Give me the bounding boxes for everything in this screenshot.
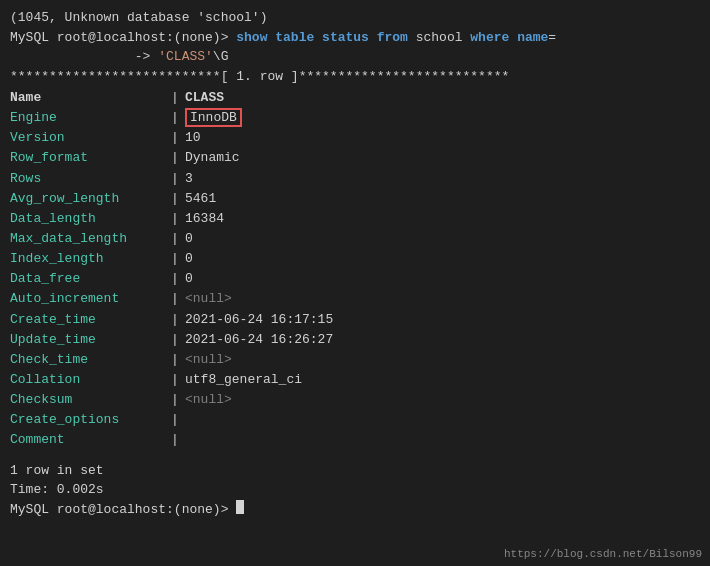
stars-left: *************************** (10, 67, 221, 87)
table-row: Index_length|0 (10, 249, 700, 269)
final-prompt: MySQL root@localhost:(none)> (10, 500, 236, 520)
field-name: Update_time (10, 330, 165, 350)
field-name: Engine (10, 108, 165, 128)
field-sep: | (165, 310, 185, 330)
field-value: 2021-06-24 16:26:27 (185, 330, 333, 350)
field-sep: | (165, 169, 185, 189)
field-sep: | (165, 148, 185, 168)
class-string: 'CLASS' (158, 47, 213, 67)
field-value: <null> (185, 350, 232, 370)
engine-box: InnoDB (185, 108, 242, 127)
table-row: Rows|3 (10, 169, 700, 189)
header-name-col: Name (10, 88, 165, 108)
field-sep: | (165, 330, 185, 350)
field-value: 0 (185, 269, 193, 289)
command-line-2: -> 'CLASS' \G (10, 47, 700, 67)
field-name: Checksum (10, 390, 165, 410)
db-name: school (416, 28, 471, 48)
arrow-prompt: -> (10, 47, 158, 67)
table-row: Engine|InnoDB (10, 108, 700, 128)
error-text: (1045, Unknown database 'school') (10, 8, 275, 28)
field-value: 0 (185, 229, 193, 249)
keyword-name: name (517, 28, 548, 48)
equals: = (548, 28, 556, 48)
table-header: Name | CLASS (10, 88, 700, 108)
keyword-from: from (377, 28, 416, 48)
field-sep: | (165, 410, 185, 430)
table-row: Comment| (10, 430, 700, 450)
time-text: Time: 0.002s (10, 480, 104, 500)
field-name: Avg_row_length (10, 189, 165, 209)
field-name: Rows (10, 169, 165, 189)
header-sep: | (165, 88, 185, 108)
backslash-g: \G (213, 47, 229, 67)
table-row: Max_data_length|0 (10, 229, 700, 249)
table-row: Data_free|0 (10, 269, 700, 289)
field-value: 16384 (185, 209, 224, 229)
table-row: Create_time|2021-06-24 16:17:15 (10, 310, 700, 330)
field-sep: | (165, 390, 185, 410)
field-sep: | (165, 430, 185, 450)
field-sep: | (165, 269, 185, 289)
field-sep: | (165, 128, 185, 148)
table-row: Update_time|2021-06-24 16:26:27 (10, 330, 700, 350)
field-sep: | (165, 209, 185, 229)
footer-prompt: MySQL root@localhost:(none)> (10, 500, 700, 520)
field-value: InnoDB (185, 108, 242, 128)
field-value: <null> (185, 289, 232, 309)
table-row: Avg_row_length|5461 (10, 189, 700, 209)
keyword-where: where (470, 28, 517, 48)
field-value: 3 (185, 169, 193, 189)
field-sep: | (165, 370, 185, 390)
separator-line: *************************** [ 1. row ] *… (10, 67, 700, 87)
table-row: Create_options| (10, 410, 700, 430)
field-name: Index_length (10, 249, 165, 269)
table-row: Auto_increment|<null> (10, 289, 700, 309)
field-name: Auto_increment (10, 289, 165, 309)
keyword-status: status (322, 28, 377, 48)
stars-right: *************************** (299, 67, 510, 87)
table-row: Collation|utf8_general_ci (10, 370, 700, 390)
field-name: Data_length (10, 209, 165, 229)
field-value: <null> (185, 390, 232, 410)
field-sep: | (165, 350, 185, 370)
table-row: Checksum|<null> (10, 390, 700, 410)
field-name: Create_options (10, 410, 165, 430)
error-line: (1045, Unknown database 'school') (10, 8, 700, 28)
watermark: https://blog.csdn.net/Bilson99 (504, 548, 702, 560)
footer-time: Time: 0.002s (10, 480, 700, 500)
table-row: Check_time|<null> (10, 350, 700, 370)
field-name: Max_data_length (10, 229, 165, 249)
field-name: Data_free (10, 269, 165, 289)
command-line-1: MySQL root@localhost:(none)> show table … (10, 28, 700, 48)
keyword-show: show (236, 28, 275, 48)
table-row: Data_length|16384 (10, 209, 700, 229)
field-value: utf8_general_ci (185, 370, 302, 390)
field-name: Create_time (10, 310, 165, 330)
field-name: Comment (10, 430, 165, 450)
header-value-col: CLASS (185, 88, 224, 108)
field-sep: | (165, 229, 185, 249)
keyword-table: table (275, 28, 322, 48)
field-sep: | (165, 289, 185, 309)
footer-row-count: 1 row in set (10, 461, 700, 481)
footer: 1 row in set Time: 0.002s MySQL root@loc… (10, 461, 700, 520)
field-name: Check_time (10, 350, 165, 370)
field-value: 10 (185, 128, 201, 148)
terminal: (1045, Unknown database 'school') MySQL … (10, 8, 700, 558)
field-name: Row_format (10, 148, 165, 168)
field-value: Dynamic (185, 148, 240, 168)
row-count-text: 1 row in set (10, 461, 104, 481)
table-body: Engine|InnoDBVersion|10Row_format|Dynami… (10, 108, 700, 450)
field-sep: | (165, 189, 185, 209)
field-sep: | (165, 249, 185, 269)
field-value: 5461 (185, 189, 216, 209)
field-value: 0 (185, 249, 193, 269)
cursor (236, 500, 244, 514)
field-value: 2021-06-24 16:17:15 (185, 310, 333, 330)
field-sep: | (165, 108, 185, 128)
table-row: Row_format|Dynamic (10, 148, 700, 168)
field-name: Version (10, 128, 165, 148)
row-indicator: [ 1. row ] (221, 67, 299, 87)
field-name: Collation (10, 370, 165, 390)
